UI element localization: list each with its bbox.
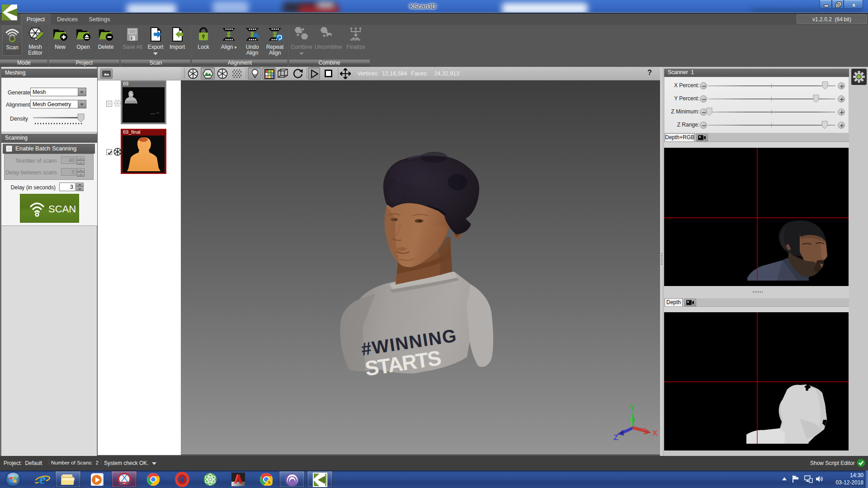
svg-text:Z: Z [613, 433, 618, 442]
svg-text:e: e [39, 471, 46, 487]
svg-text:Y: Y [630, 404, 635, 412]
svg-text:X: X [652, 429, 658, 437]
svg-text:x: x [852, 1, 856, 8]
